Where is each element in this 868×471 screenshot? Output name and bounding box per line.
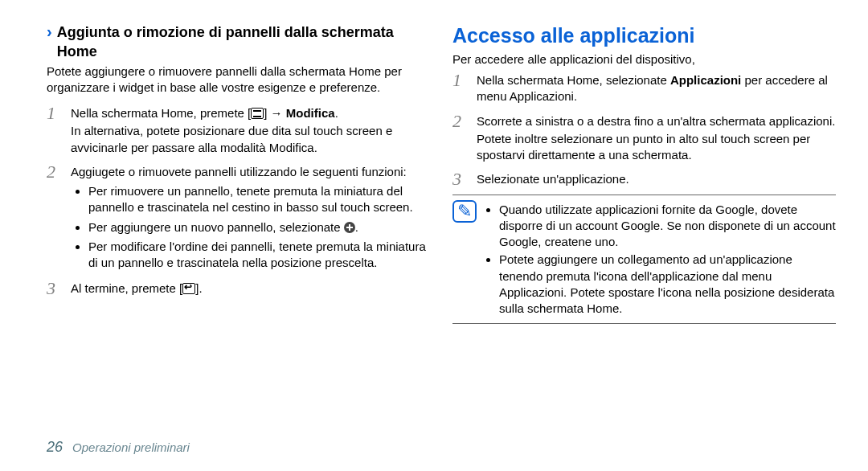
bullet-add: Per aggiungere un nuovo pannello, selezi…: [88, 219, 430, 236]
r-step-2: 2 Scorrete a sinistra o a destra fino a …: [452, 112, 836, 166]
plus-circle-icon: [344, 222, 355, 233]
step-number: 1: [47, 104, 71, 158]
r-step-2-text: Scorrete a sinistra o a destra fino a un…: [477, 113, 836, 129]
right-steps: 1 Nella schermata Home, selezionate Appl…: [452, 71, 836, 190]
page-number: 26: [47, 437, 63, 457]
step-number: 3: [47, 279, 71, 298]
step-number: 2: [47, 162, 71, 275]
step-number: 3: [452, 170, 477, 189]
step-1-alt: In alternativa, potete posizionare due d…: [71, 123, 430, 156]
step-1-line: Nella schermata Home, premete [] → Modif…: [71, 105, 430, 121]
step-3: 3 Al termine, premete [].: [47, 279, 430, 298]
back-key-icon: [182, 283, 195, 294]
right-column: Accesso alle applicazioni Per accedere a…: [452, 23, 836, 429]
r-step-2-extra: Potete inoltre selezionare un punto in a…: [477, 131, 836, 164]
right-intro: Per accedere alle applicazioni del dispo…: [452, 51, 836, 68]
chevron-right-icon: ›: [47, 23, 52, 40]
left-subheading: › Aggiunta o rimozione di pannelli dalla…: [47, 23, 430, 62]
note-bullets: Quando utilizzate applicazioni fornite d…: [485, 202, 836, 317]
subhead-text: Aggiunta o rimozione di pannelli dalla s…: [57, 23, 430, 62]
r-step-3: 3 Selezionate un'applicazione.: [452, 170, 836, 189]
note-1: Quando utilizzate applicazioni fornite d…: [499, 202, 836, 251]
section-title: Accesso alle applicazioni: [452, 23, 836, 50]
menu-key-icon: [251, 108, 264, 119]
left-steps: 1 Nella schermata Home, premete [] → Mod…: [47, 104, 430, 299]
bullet-remove: Per rimuovere un pannello, tenete premut…: [88, 183, 430, 216]
bullet-reorder: Per modificare l'ordine dei pannelli, te…: [88, 239, 430, 272]
r-step-1-line: Nella schermata Home, selezionate Applic…: [477, 72, 836, 105]
note-2: Potete aggiungere un collegamento ad un'…: [499, 252, 836, 317]
step-2-bullets: Per rimuovere un pannello, tenete premut…: [71, 183, 430, 271]
left-intro: Potete aggiungere o rimuovere pannelli d…: [47, 63, 430, 96]
r-step-1: 1 Nella schermata Home, selezionate Appl…: [452, 71, 836, 107]
r-step-3-text: Selezionate un'applicazione.: [477, 171, 836, 187]
note-icon: ✎: [452, 200, 477, 223]
step-2: 2 Aggiugete o rimuovete pannelli utilizz…: [47, 162, 430, 275]
step-3-line: Al termine, premete [].: [71, 281, 430, 297]
step-1: 1 Nella schermata Home, premete [] → Mod…: [47, 104, 430, 158]
footer-section: Operazioni preliminari: [72, 440, 190, 456]
step-number: 2: [452, 112, 477, 166]
note-box: ✎ Quando utilizzate applicazioni fornite…: [452, 195, 836, 325]
step-number: 1: [452, 71, 477, 107]
page-footer: 26 Operazioni preliminari: [47, 437, 836, 457]
left-column: › Aggiunta o rimozione di pannelli dalla…: [47, 23, 430, 429]
step-2-text: Aggiugete o rimuovete pannelli utilizzan…: [71, 164, 430, 180]
